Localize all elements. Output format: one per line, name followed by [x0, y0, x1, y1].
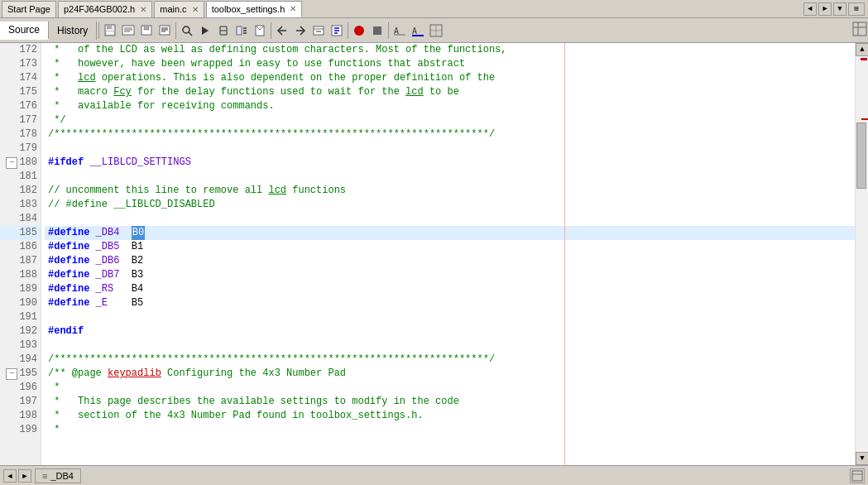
toolbar-btn-a2[interactable]: A: [409, 22, 427, 40]
code-196-text: *: [48, 381, 60, 395]
code-199-text: *: [48, 423, 60, 437]
scroll-up-arrow[interactable]: ▲: [856, 43, 868, 56]
line-numbers: 172 173 174 175 176 177 178 179 − 180 18…: [0, 43, 41, 465]
svg-rect-2: [106, 31, 114, 35]
code-190-define-name: _E: [89, 296, 108, 310]
svg-rect-21: [314, 26, 324, 35]
tab-start-page[interactable]: Start Page: [2, 1, 56, 17]
scroll-track[interactable]: [856, 56, 868, 452]
code-195-text: /** @page keypadlib Configuring the 4x3 …: [48, 367, 346, 381]
code-line-172: * of the LCD as well as defining custom …: [45, 43, 855, 57]
tab-toolbox-settings[interactable]: toolbox_settings.h ✕: [206, 1, 303, 17]
toolbar-btn-zoom[interactable]: [427, 22, 445, 40]
code-186-val: B1: [119, 240, 143, 254]
line-173: 173: [0, 57, 41, 71]
tab-nav-dropdown[interactable]: ▼: [833, 2, 846, 16]
toolbar-btn-4[interactable]: [156, 22, 174, 40]
code-180-ifdef: #ifdef: [48, 156, 84, 170]
scroll-marker-top: [861, 58, 867, 60]
code-line-184: [45, 212, 855, 226]
toolbar-btn-6[interactable]: [214, 22, 233, 40]
code-line-189: #define _RS B4: [45, 282, 855, 296]
code-line-175: * macro Fcy for the delay functions used…: [45, 85, 855, 99]
code-186-define-kw: #define: [48, 240, 89, 254]
code-line-179: [45, 142, 855, 156]
tab-toolbox-settings-close[interactable]: ✕: [290, 4, 296, 13]
line-175: 175: [0, 85, 41, 99]
status-tab-label: _DB4: [50, 471, 74, 481]
tab-main-c-close[interactable]: ✕: [192, 5, 199, 14]
toolbar-btn-debug-2[interactable]: [368, 22, 386, 40]
code-line-180: #ifdef __LIBLCD_SETTINGS: [45, 156, 855, 170]
main-window: Start Page p24FJ64GB002.h ✕ main.c ✕ too…: [0, 0, 868, 485]
status-nav-fwd[interactable]: ►: [18, 469, 31, 483]
line-196: 196: [0, 381, 41, 395]
svg-marker-11: [202, 26, 209, 35]
code-line-198: * section of the 4x3 Number Pad found in…: [45, 409, 855, 423]
toolbar-btn-2[interactable]: [119, 22, 137, 40]
toolbar-btn-back[interactable]: [273, 22, 291, 40]
vertical-scrollbar[interactable]: ▲ ▼: [855, 43, 868, 465]
tab-main-c-label: main.c: [160, 4, 186, 14]
status-tab-icon: ≡: [42, 471, 47, 481]
fold-180[interactable]: −: [6, 157, 17, 169]
line-185: 185: [0, 226, 41, 240]
scroll-marker-mid: [861, 118, 868, 120]
line-172: 172: [0, 43, 41, 57]
line-193: 193: [0, 339, 41, 353]
code-189-define-name: _RS: [89, 282, 113, 296]
scroll-thumb[interactable]: [856, 122, 866, 189]
line-176: 176: [0, 99, 41, 113]
scroll-down-arrow[interactable]: ▼: [856, 452, 868, 465]
toolbar-btn-debug-stop[interactable]: [350, 22, 368, 40]
tab-nav-prev[interactable]: ◄: [803, 2, 817, 16]
toolbar-right-expand[interactable]: [851, 21, 868, 41]
svg-rect-1: [107, 25, 112, 29]
code-line-194: /***************************************…: [45, 353, 855, 367]
tab-nav-expand[interactable]: ⊞: [848, 2, 865, 16]
svg-rect-37: [853, 22, 866, 36]
code-197-text: * This page describes the available sett…: [48, 395, 459, 409]
code-185-define-val: [119, 226, 131, 240]
code-183-text: // #define __LIBLCD_DISABLED: [48, 198, 215, 212]
line-190: 190: [0, 296, 41, 310]
code-line-193: [45, 339, 855, 353]
code-line-185: #define _DB4 B0: [45, 226, 855, 240]
tab-history[interactable]: History: [49, 22, 97, 40]
tab-p24fj-close[interactable]: ✕: [140, 5, 146, 14]
toolbar-btn-8[interactable]: [251, 22, 269, 40]
tab-source[interactable]: Source: [0, 22, 49, 40]
separator-4: [348, 22, 348, 39]
fold-195[interactable]: −: [6, 368, 17, 380]
status-nav-back[interactable]: ◄: [3, 469, 17, 483]
code-186-define-name: _DB5: [89, 240, 119, 254]
code-187-define-name: _DB6: [89, 254, 119, 268]
toolbar-btn-a1[interactable]: A: [391, 22, 409, 40]
tab-main-c[interactable]: main.c ✕: [154, 1, 204, 17]
editor-area: 172 173 174 175 176 177 178 179 − 180 18…: [0, 43, 868, 465]
toolbar-btn-search[interactable]: [178, 22, 196, 40]
code-190-define-kw: #define: [48, 296, 89, 310]
code-185-val-selected: B0: [132, 226, 145, 240]
code-line-192: #endif: [45, 324, 855, 339]
toolbar-btn-7[interactable]: [233, 22, 251, 40]
code-content[interactable]: * of the LCD as well as defining custom …: [41, 43, 855, 465]
tab-history-label: History: [57, 25, 88, 36]
tab-nav-next[interactable]: ►: [818, 2, 832, 16]
line-192: 192: [0, 324, 41, 339]
code-178-text: /***************************************…: [48, 127, 495, 142]
toolbar-btn-fwd[interactable]: [291, 22, 309, 40]
toolbar-btn-3[interactable]: [137, 22, 156, 40]
line-183: 183: [0, 198, 41, 212]
tab-p24fj[interactable]: p24FJ64GB002.h ✕: [58, 1, 152, 17]
separator-3: [271, 22, 271, 39]
toolbar-btn-goto[interactable]: [309, 22, 328, 40]
code-line-173: * however, have been wrapped in easy to …: [45, 57, 855, 71]
status-expand-btn[interactable]: [850, 468, 865, 483]
toolbar-btn-5[interactable]: [196, 22, 214, 40]
toolbar-save[interactable]: [101, 22, 119, 40]
svg-rect-29: [373, 26, 381, 35]
toolbar-btn-mark[interactable]: [328, 22, 346, 40]
line-198: 198: [0, 409, 41, 423]
status-tab-db4[interactable]: ≡ _DB4: [35, 468, 81, 483]
